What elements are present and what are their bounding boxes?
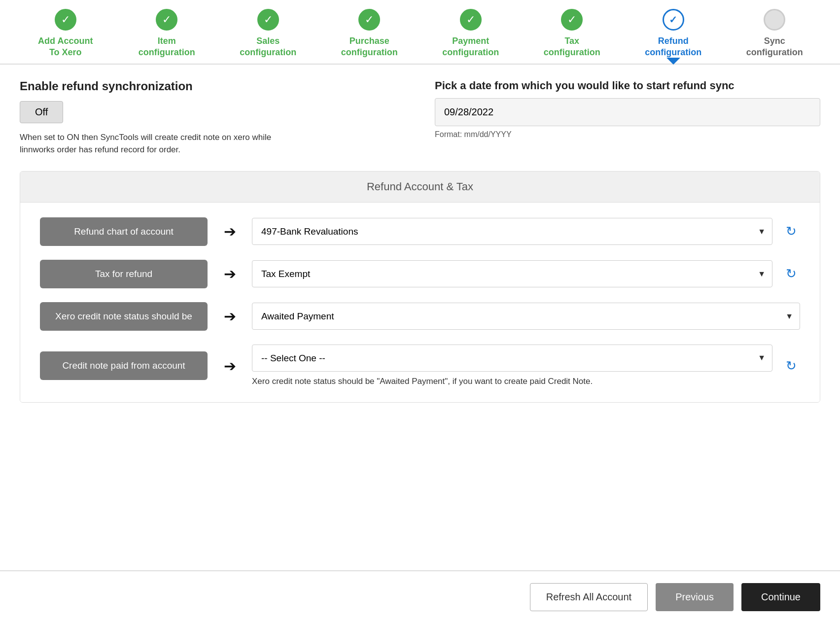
select-xero-credit-status[interactable]: Awaited Payment xyxy=(252,303,800,330)
top-section: Enable refund synchronization Off When s… xyxy=(20,79,820,156)
step-label-tax-config: Tax configuration xyxy=(544,35,600,59)
step-payment-config[interactable]: ✓Payment configuration xyxy=(420,0,522,64)
step-circle-sales-config: ✓ xyxy=(257,9,279,31)
refund-row-credit-note-paid: Credit note paid from account➔-- Select … xyxy=(40,345,800,387)
arrow-icon-xero-credit-status: ➔ xyxy=(217,308,242,325)
select-wrapper-tax-for-refund: Tax Exempt▼ xyxy=(252,260,772,287)
refund-label-credit-note-paid: Credit note paid from account xyxy=(40,351,208,380)
arrow-icon-credit-note-paid: ➔ xyxy=(217,357,242,375)
left-panel: Enable refund synchronization Off When s… xyxy=(20,79,405,156)
step-label-sales-config: Sales configuration xyxy=(240,35,296,59)
step-circle-purchase-config: ✓ xyxy=(358,9,380,31)
refund-row-tax-for-refund: Tax for refund➔Tax Exempt▼↻ xyxy=(40,260,800,288)
step-sync-config[interactable]: Sync configuration xyxy=(724,0,826,64)
step-label-sync-config: Sync configuration xyxy=(746,35,803,59)
select-wrapper-refund-chart: 497-Bank Revaluations▼ xyxy=(252,218,772,245)
right-panel: Pick a date from which you would like to… xyxy=(435,79,820,156)
step-circle-add-account: ✓ xyxy=(55,9,76,31)
credit-note-note: Xero credit note status should be "Await… xyxy=(252,376,772,387)
toggle-button[interactable]: Off xyxy=(20,101,63,123)
step-purchase-config[interactable]: ✓Purchase configuration xyxy=(319,0,420,64)
description-text: When set to ON then SyncTools will creat… xyxy=(20,131,296,156)
refund-label-xero-credit-status: Xero credit note status should be xyxy=(40,302,208,331)
step-label-refund-config: Refund configuration xyxy=(645,35,701,59)
refund-label-tax-for-refund: Tax for refund xyxy=(40,260,208,288)
footer: Refresh All Account Previous Continue xyxy=(0,570,840,623)
select-refund-chart[interactable]: 497-Bank Revaluations xyxy=(252,218,772,245)
refresh-icon-refund-chart[interactable]: ↻ xyxy=(782,224,800,239)
select-wrapper-xero-credit-status: Awaited Payment▼ xyxy=(252,303,800,330)
arrow-icon-refund-chart: ➔ xyxy=(217,223,242,240)
step-circle-sync-config xyxy=(764,9,785,31)
enable-refund-title: Enable refund synchronization xyxy=(20,79,405,93)
step-tax-config[interactable]: ✓Tax configuration xyxy=(522,0,623,64)
wizard-steps: ✓Add Account To Xero✓Item configuration✓… xyxy=(0,0,840,65)
refund-row-refund-chart: Refund chart of account➔497-Bank Revalua… xyxy=(40,217,800,246)
select-wrapper-credit-note-paid: -- Select One --▼Xero credit note status… xyxy=(252,345,772,387)
step-circle-tax-config: ✓ xyxy=(561,9,583,31)
step-add-account[interactable]: ✓Add Account To Xero xyxy=(15,0,116,64)
select-tax-for-refund[interactable]: Tax Exempt xyxy=(252,260,772,287)
arrow-icon-tax-for-refund: ➔ xyxy=(217,265,242,282)
refresh-all-button[interactable]: Refresh All Account xyxy=(530,583,648,611)
step-circle-payment-config: ✓ xyxy=(460,9,482,31)
format-hint: Format: mm/dd/YYYY xyxy=(435,130,820,139)
step-refund-config[interactable]: ✓Refund configuration xyxy=(623,0,724,64)
step-label-add-account: Add Account To Xero xyxy=(38,35,93,59)
refresh-icon-tax-for-refund[interactable]: ↻ xyxy=(782,266,800,281)
step-sales-config[interactable]: ✓Sales configuration xyxy=(217,0,319,64)
refund-label-refund-chart: Refund chart of account xyxy=(40,217,208,246)
previous-button[interactable]: Previous xyxy=(656,583,734,611)
step-label-payment-config: Payment configuration xyxy=(442,35,499,59)
refund-section-header: Refund Account & Tax xyxy=(20,172,820,203)
page-wrapper: ✓Add Account To Xero✓Item configuration✓… xyxy=(0,0,840,623)
step-label-item-config: Item configuration xyxy=(139,35,195,59)
step-item-config[interactable]: ✓Item configuration xyxy=(116,0,218,64)
select-credit-note-paid[interactable]: -- Select One -- xyxy=(252,345,772,372)
main-content: Enable refund synchronization Off When s… xyxy=(0,65,840,570)
date-input[interactable] xyxy=(435,98,820,126)
continue-button[interactable]: Continue xyxy=(741,583,820,611)
refund-account-section: Refund Account & Tax Refund chart of acc… xyxy=(20,171,820,403)
date-label: Pick a date from which you would like to… xyxy=(435,79,820,92)
refund-section-body: Refund chart of account➔497-Bank Revalua… xyxy=(20,203,820,402)
step-circle-refund-config: ✓ xyxy=(663,9,684,31)
step-circle-item-config: ✓ xyxy=(156,9,177,31)
step-label-purchase-config: Purchase configuration xyxy=(341,35,398,59)
refresh-icon-credit-note-paid[interactable]: ↻ xyxy=(782,358,800,374)
refund-row-xero-credit-status: Xero credit note status should be➔Awaite… xyxy=(40,302,800,331)
